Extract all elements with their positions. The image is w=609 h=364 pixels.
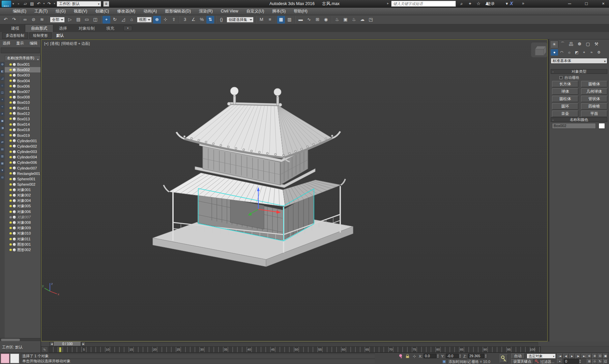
menubar-item[interactable]: 图形编辑器(D) bbox=[161, 8, 195, 15]
visibility-bulb-icon[interactable] bbox=[9, 249, 12, 251]
primitive-type-dropdown[interactable]: 标准基本体▾ bbox=[551, 58, 607, 64]
explorer-workspace-titlebar[interactable]: 工作区: 默认 bbox=[0, 341, 40, 353]
selection-set-dropdown[interactable]: 选定对象▾ bbox=[527, 354, 556, 359]
visibility-bulb-icon[interactable] bbox=[9, 216, 12, 218]
visibility-bulb-icon[interactable] bbox=[9, 129, 12, 131]
zoom-extents-all-icon[interactable]: ▣ bbox=[603, 354, 608, 359]
visibility-bulb-icon[interactable] bbox=[9, 63, 12, 66]
menubar-item[interactable]: 自定义(U) bbox=[242, 8, 268, 15]
visibility-bulb-icon[interactable] bbox=[9, 112, 12, 115]
visibility-bulb-icon[interactable] bbox=[9, 74, 12, 77]
visibility-bulb-icon[interactable] bbox=[9, 80, 12, 82]
primitive-button[interactable]: 圆锥体 bbox=[581, 81, 607, 87]
scrollbar-thumb[interactable] bbox=[1, 339, 20, 341]
track-bar[interactable]: 0510152025303540455055606570758085909510… bbox=[49, 346, 541, 353]
category-cameras-icon[interactable]: ◩ bbox=[573, 49, 580, 56]
category-helpers-icon[interactable]: ⌖ bbox=[580, 49, 588, 56]
visibility-bulb-icon[interactable] bbox=[9, 189, 12, 191]
explorer-list-item[interactable]: 对象011 bbox=[5, 236, 40, 242]
ribbon-tab-item[interactable]: 对象绘制 bbox=[73, 25, 100, 32]
ribbon-tab-item[interactable]: 填充 bbox=[100, 25, 120, 32]
menubar-item[interactable]: 工具(T) bbox=[30, 8, 52, 15]
menubar-item[interactable]: 帮助(H) bbox=[290, 8, 312, 15]
explorer-list-item[interactable]: 图形001 bbox=[5, 242, 40, 247]
y-coordinate-field[interactable]: -0.0 bbox=[446, 354, 459, 358]
explorer-list-item[interactable]: Sphere001 bbox=[5, 176, 40, 182]
rendered-frame-icon[interactable]: ▣ bbox=[342, 16, 349, 24]
explorer-tab[interactable]: 编辑 bbox=[30, 41, 37, 46]
primitive-button[interactable]: 管状体 bbox=[581, 96, 607, 102]
visibility-bulb-icon[interactable] bbox=[9, 183, 12, 186]
use-pivot-center-icon[interactable]: ⊕ bbox=[153, 16, 161, 24]
tab-display-icon[interactable]: ▢ bbox=[584, 40, 592, 48]
search-icon[interactable]: ⌕ bbox=[458, 1, 465, 7]
tab-utilities-icon[interactable]: ⚒ bbox=[592, 40, 601, 48]
ribbon-minimize-button[interactable]: ▾ bbox=[123, 26, 132, 31]
redo-icon[interactable]: ↷ bbox=[10, 16, 18, 24]
menubar-item[interactable]: 修改器(M) bbox=[113, 8, 139, 15]
spinner-snap-icon[interactable]: ⇅ bbox=[206, 16, 214, 24]
ribbon-tab-item[interactable]: 建模 bbox=[5, 25, 25, 32]
primitive-button[interactable]: 长方体 bbox=[552, 81, 578, 87]
key-filters-icon[interactable] bbox=[535, 359, 540, 364]
explorer-display-spacewarps-icon[interactable]: ≈ bbox=[0, 105, 4, 109]
macro-recorder-field[interactable] bbox=[1, 354, 9, 363]
close-button[interactable]: × bbox=[598, 0, 609, 7]
viewcube[interactable] bbox=[531, 42, 547, 57]
selection-region-icon[interactable]: ▭ bbox=[83, 16, 91, 24]
explorer-display-all-icon[interactable]: ◍ bbox=[0, 62, 4, 66]
visibility-bulb-icon[interactable] bbox=[9, 145, 12, 147]
tab-modify-icon[interactable]: ⌒ bbox=[558, 40, 567, 48]
visibility-bulb-icon[interactable] bbox=[9, 161, 12, 164]
menubar-item[interactable]: 创建(C) bbox=[91, 8, 113, 15]
primitive-button[interactable]: 球体 bbox=[552, 88, 578, 95]
explorer-list-item[interactable]: Box001 bbox=[5, 62, 40, 67]
explorer-display-helpers-icon[interactable]: ⌖ bbox=[0, 98, 4, 102]
render-setup-icon[interactable]: ♨ bbox=[333, 16, 341, 24]
reference-coordinate-dropdown[interactable]: 视图 bbox=[137, 17, 152, 23]
explorer-list-item[interactable]: 对象002 bbox=[5, 193, 40, 198]
explorer-list-item[interactable]: Cylinder001 bbox=[5, 138, 40, 144]
explorer-list-item[interactable]: 对象009 bbox=[5, 225, 40, 231]
add-time-tag-label[interactable]: 添加时间标记 bbox=[448, 359, 471, 364]
maximize-viewport-icon[interactable]: ◱ bbox=[603, 359, 608, 364]
model-finial-sphere[interactable] bbox=[230, 87, 238, 95]
category-lights-icon[interactable]: ☼ bbox=[566, 49, 573, 56]
name-color-rollout-header[interactable]: -名称和颜色 bbox=[551, 117, 607, 122]
model-finial-sphere[interactable] bbox=[274, 88, 281, 96]
explorer-filter-icon[interactable]: ▼ bbox=[0, 169, 4, 173]
exchange-apps-icon[interactable]: X bbox=[510, 1, 513, 6]
render-production-icon[interactable]: ♨ bbox=[350, 16, 358, 24]
menubar-item[interactable]: 渲染(R) bbox=[195, 8, 217, 15]
set-key-button[interactable]: 设置关键点 bbox=[511, 359, 533, 364]
toolbar-overflow-icon[interactable]: » bbox=[522, 1, 524, 6]
toggle-scene-explorer-icon[interactable]: ▦ bbox=[277, 16, 285, 24]
explorer-list-item[interactable]: 对象005 bbox=[5, 204, 40, 209]
communication-center-icon[interactable]: ⌖ bbox=[466, 1, 474, 7]
explorer-collapse-all-icon[interactable]: ⊟ bbox=[0, 176, 4, 180]
material-editor-icon[interactable]: ◉ bbox=[322, 16, 330, 24]
key-mode-toggle-button[interactable]: ▸ bbox=[557, 359, 563, 364]
visibility-bulb-icon[interactable] bbox=[9, 140, 12, 142]
category-shapes-icon[interactable]: ◠ bbox=[558, 49, 566, 56]
explorer-display-shapes-icon[interactable]: ◿ bbox=[0, 77, 4, 81]
key-filters-button[interactable]: 过滤器... bbox=[540, 359, 554, 364]
explorer-display-cameras-icon[interactable]: ◫ bbox=[0, 91, 4, 95]
z-coordinate-field[interactable]: 29.365 bbox=[468, 354, 484, 358]
x-spinner[interactable]: ▴▾ bbox=[436, 354, 439, 358]
explorer-list-view-icon[interactable]: ▤ bbox=[0, 147, 4, 151]
favorites-icon[interactable]: ☆ bbox=[475, 1, 482, 7]
visibility-bulb-icon[interactable] bbox=[9, 151, 12, 153]
visibility-bulb-icon[interactable] bbox=[9, 91, 12, 93]
select-and-link-icon[interactable]: ∞ bbox=[21, 16, 29, 24]
explorer-list-item[interactable]: 对象006 bbox=[5, 209, 40, 214]
object-name-field[interactable]: Box002 bbox=[552, 123, 596, 129]
explorer-list-item[interactable]: Box008 bbox=[5, 94, 40, 100]
visibility-bulb-icon[interactable] bbox=[9, 221, 12, 224]
primitive-button[interactable]: 平面 bbox=[581, 111, 607, 117]
zoom-extents-icon[interactable]: ⊡ bbox=[598, 354, 603, 359]
curve-editor-icon[interactable]: ∿ bbox=[305, 16, 313, 24]
current-frame-field[interactable]: 0 bbox=[564, 359, 579, 364]
bind-to-space-warp-icon[interactable]: ≋ bbox=[38, 16, 46, 24]
perspective-viewport[interactable]: z x y [+][透视][明暗处理 + 边面] bbox=[41, 39, 548, 341]
